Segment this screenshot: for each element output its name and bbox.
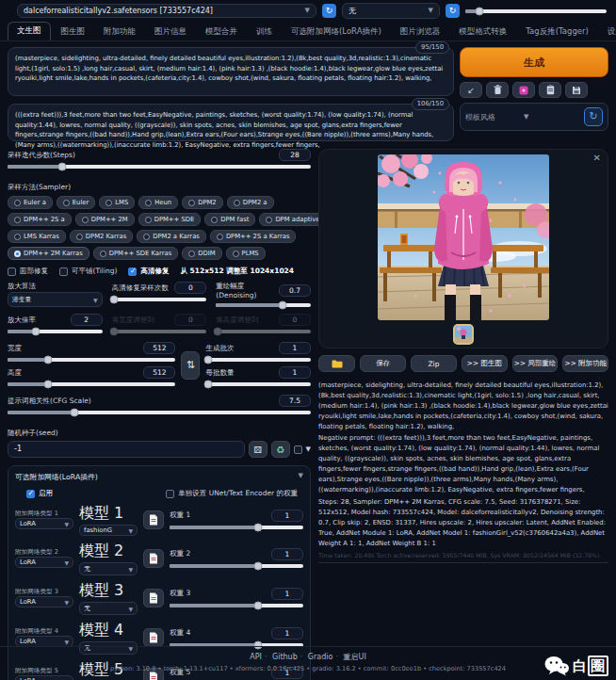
generated-image[interactable] — [378, 154, 549, 320]
tab-img2img[interactable]: 图生图 — [53, 24, 94, 40]
lora-model-info-button[interactable] — [143, 628, 164, 647]
sampler-option[interactable]: DPM fast — [204, 213, 255, 226]
extra-networks-button[interactable] — [512, 82, 535, 98]
close-icon[interactable]: ✕ — [593, 153, 601, 163]
tab-checkpoint-merger[interactable]: 模型合并 — [197, 24, 246, 40]
seed-input[interactable]: -1 — [8, 441, 245, 458]
lora-model-dropdown[interactable]: fashionG▼ — [79, 525, 138, 536]
lora-model-info-button[interactable] — [143, 510, 164, 529]
tab-additional-networks[interactable]: 可选附加网络(LoRA插件) — [283, 24, 390, 40]
sampler-option[interactable]: DPM2 — [182, 196, 223, 209]
tab-model-converter[interactable]: 模型格式转换 — [450, 24, 515, 40]
height-slider[interactable] — [8, 382, 175, 386]
lora-weight-value[interactable]: 1 — [271, 588, 303, 600]
width-slider[interactable] — [8, 358, 175, 362]
sampler-option[interactable]: DPM++ 2S a Karras — [210, 230, 297, 243]
tab-extras[interactable]: 附加功能 — [95, 24, 144, 40]
sampler-option[interactable]: DPM2 a Karras — [137, 230, 206, 243]
batch-size-slider[interactable] — [205, 382, 311, 386]
restore-faces-checkbox[interactable]: 面部修复 — [8, 267, 48, 276]
sampler-option[interactable]: DPM++ SDE Karras — [93, 247, 178, 260]
lora-panel-header[interactable]: 可选附加网络(LoRA插件) ▼ — [15, 472, 303, 482]
lora-model-info-button[interactable] — [143, 549, 164, 568]
hires-steps-slider[interactable] — [112, 298, 207, 301]
tab-png-info[interactable]: 图片信息 — [146, 24, 195, 40]
lora-separate-weights-checkbox[interactable]: 单独设置 UNet/Text Encoder 的权重 — [166, 489, 298, 498]
clear-prompt-button[interactable] — [486, 82, 509, 98]
hires-steps-value[interactable]: 0 — [174, 282, 206, 294]
sampler-option[interactable]: Euler — [57, 196, 95, 209]
width-value[interactable]: 512 — [143, 342, 175, 354]
gallery-thumbnail[interactable] — [453, 324, 474, 345]
cfg-value[interactable]: 7.5 — [279, 395, 311, 407]
batch-size-value[interactable]: 1 — [279, 366, 311, 379]
tab-tagger[interactable]: Tag反推(Tagger) — [517, 24, 597, 40]
footer-link-gradio[interactable]: Gradio — [308, 653, 333, 661]
lora-weight-value[interactable]: 1 — [271, 510, 303, 522]
save-style-button[interactable] — [565, 82, 588, 98]
sampler-option[interactable]: DPM++ SDE — [138, 213, 202, 226]
lora-enable-checkbox[interactable]: 启用 — [26, 489, 53, 498]
lora-weight-value[interactable]: 1 — [271, 548, 303, 560]
sampler-option[interactable]: DPM++ 2S a — [8, 213, 72, 226]
sampler-option[interactable]: Euler a — [8, 196, 53, 209]
resize-width-value[interactable]: 0 — [174, 314, 206, 326]
lora-weight-slider[interactable] — [170, 604, 303, 607]
lora-weight-slider[interactable] — [170, 526, 303, 529]
sampler-option[interactable]: PLMS — [226, 247, 266, 260]
swap-dimensions-button[interactable]: ⇅ — [181, 351, 200, 380]
refresh-checkpoint-button[interactable]: ↻ — [322, 4, 336, 18]
lora-type-dropdown[interactable]: LoRA▼ — [15, 557, 73, 568]
batch-count-value[interactable]: 1 — [279, 342, 311, 354]
batch-count-slider[interactable] — [205, 358, 311, 362]
positive-prompt-input[interactable]: (masterpiece, sidelighting, ultra-detail… — [8, 47, 454, 96]
apply-style-button[interactable] — [539, 82, 561, 98]
steps-value[interactable]: 28 — [279, 149, 311, 161]
footer-link-reload-ui[interactable]: 重启UI — [344, 653, 366, 661]
denoising-value[interactable]: 0.7 — [279, 284, 311, 297]
sampler-option[interactable]: DDIM — [182, 247, 221, 260]
sampler-option-selected[interactable]: DPM++ 2M Karras — [8, 247, 89, 260]
footer-link-api[interactable]: API — [250, 653, 262, 661]
style-select[interactable]: 模板风格 ▼ ↻ — [460, 103, 608, 131]
zip-button[interactable]: Zip — [411, 355, 457, 372]
extra-seed-checkbox[interactable] — [294, 445, 302, 454]
cfg-slider[interactable] — [8, 411, 311, 414]
sampler-option[interactable]: Heun — [138, 196, 178, 209]
tab-settings[interactable]: 设置 — [599, 24, 616, 40]
upscale-by-value[interactable]: 2 — [71, 314, 103, 326]
lora-model-info-button[interactable] — [143, 589, 164, 607]
lora-weight-value[interactable]: 1 — [271, 627, 303, 640]
sampler-option[interactable]: LMS — [99, 196, 135, 209]
footer-link-github[interactable]: Github — [272, 653, 298, 661]
tab-txt2img[interactable]: 文生图 — [8, 22, 51, 40]
lora-type-dropdown[interactable]: LoRA▼ — [15, 518, 73, 529]
resize-height-slider[interactable] — [216, 330, 311, 333]
resize-width-slider[interactable] — [112, 330, 207, 333]
tab-train[interactable]: 训练 — [248, 24, 281, 40]
negative-prompt-input[interactable]: (((extra feet))),3 feet,more than two fe… — [8, 104, 454, 141]
vae-dropdown[interactable]: 无 ▼ — [342, 3, 440, 19]
height-value[interactable]: 512 — [143, 366, 175, 379]
generate-button[interactable]: 生成 — [460, 47, 608, 77]
lora-weight-slider[interactable] — [170, 564, 303, 568]
denoising-slider[interactable] — [216, 303, 311, 307]
refresh-styles-button[interactable]: ↻ — [584, 107, 603, 126]
tiling-checkbox[interactable]: 可平铺(Tiling) — [59, 267, 117, 276]
refresh-vae-button[interactable]: ↻ — [446, 4, 460, 18]
random-seed-button[interactable]: ⚄ — [249, 441, 267, 458]
reuse-seed-button[interactable]: ♻ — [271, 441, 290, 458]
upscaler-dropdown[interactable]: 潜变量▼ — [8, 292, 103, 307]
paste-params-button[interactable]: ↙ — [460, 82, 482, 98]
resize-height-value[interactable]: 0 — [279, 314, 311, 326]
sampler-option[interactable]: DPM2 Karras — [70, 230, 133, 243]
clip-skip-slider[interactable] — [465, 9, 607, 13]
send-to-img2img-button[interactable]: >> 图生图 — [462, 355, 508, 372]
upscale-by-slider[interactable] — [8, 330, 103, 333]
hires-fix-checkbox[interactable]: 高清修复 — [128, 267, 169, 276]
checkpoint-dropdown[interactable]: dalceforrealisticitallyv2.safetensors [7… — [17, 4, 316, 18]
tab-image-browser[interactable]: 图片浏览器 — [392, 24, 449, 40]
lora-type-dropdown[interactable]: LoRA▼ — [15, 596, 73, 607]
sampler-option[interactable]: LMS Karras — [8, 230, 66, 243]
lora-model-dropdown[interactable]: 无▼ — [79, 602, 138, 615]
